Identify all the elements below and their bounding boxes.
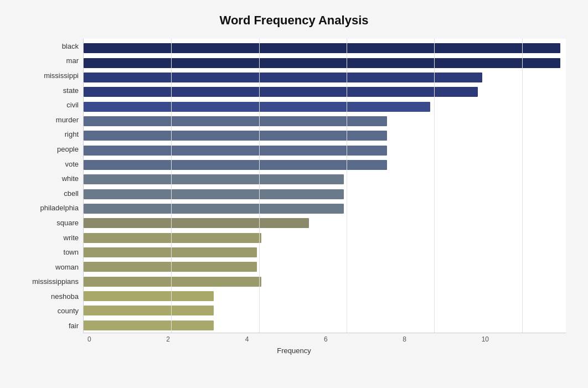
y-label: vote [65,161,79,168]
y-label: mar [66,57,79,64]
y-label: neshoba [51,293,79,300]
x-tick: 6 [324,335,403,343]
bar-row [84,304,560,317]
y-label: mississippi [44,72,79,79]
chart-title: Word Frequency Analysis [22,11,566,28]
y-label: write [64,234,79,241]
bar-row [84,159,560,171]
y-label: county [58,307,79,314]
x-tick: 0 [87,335,166,343]
bar [84,277,261,287]
x-tick: 2 [166,335,245,343]
bar [84,131,387,141]
bar-row [84,42,560,54]
bar-row [84,57,560,69]
bar [84,146,387,156]
bar-row [84,203,560,215]
bar-row [84,86,560,98]
bar [84,102,430,112]
bar [84,87,478,97]
bar-row [84,261,560,273]
bar-row [84,246,560,258]
y-label: cbell [64,190,79,197]
bar [84,116,387,126]
y-label: philadelphia [40,204,79,211]
bar-row [84,188,560,200]
bar [84,58,560,68]
y-label: murder [56,116,79,123]
bar [84,262,257,272]
chart-body: blackmarmississippistatecivilmurderright… [22,39,566,355]
x-axis-area: 0246810 [87,333,566,343]
y-label: people [57,146,79,153]
y-label: woman [55,263,79,271]
bar-row [84,173,560,185]
bar-row [84,144,560,157]
y-label: mississippians [32,278,79,285]
bar-row [84,319,560,332]
y-label: right [65,131,79,138]
bar [84,73,482,82]
x-tick: 4 [245,335,324,343]
x-tick: 10 [482,335,560,343]
chart-container: Word Frequency Analysis blackmarmississi… [0,0,588,388]
bar-row [84,115,560,127]
bar-row [84,217,560,229]
x-axis-label: Frequency [22,346,566,355]
bar [84,189,344,199]
bars-area: blackmarmississippistatecivilmurderright… [22,39,566,333]
y-labels: blackmarmississippistatecivilmurderright… [22,39,83,333]
y-label: state [63,87,79,94]
bar-row [84,290,560,302]
bar-row [84,101,560,113]
y-label: white [62,175,79,182]
bar [84,160,387,170]
y-label: fair [69,322,79,329]
bars-plot [83,39,566,333]
y-label: town [64,249,79,256]
bar [84,174,344,184]
y-label: square [56,219,79,226]
x-tick: 8 [403,335,481,343]
y-label: black [62,43,79,50]
bar [84,218,309,228]
bar [84,247,257,257]
bar-row [84,276,560,288]
bar-row [84,130,560,142]
bar [84,306,214,315]
bar-row [84,71,560,84]
bar [84,291,214,301]
bar [84,233,261,243]
bar [84,43,560,53]
bar [84,320,214,330]
bar [84,204,344,214]
y-label: civil [66,101,79,108]
bar-row [84,232,560,244]
